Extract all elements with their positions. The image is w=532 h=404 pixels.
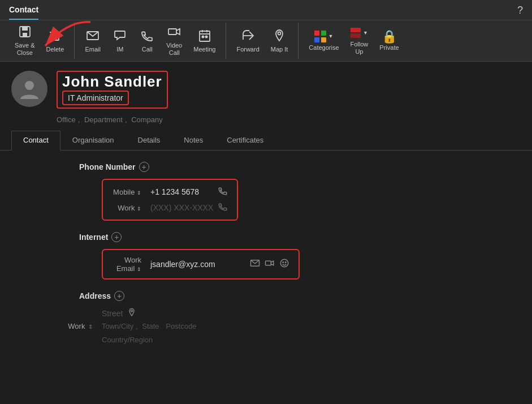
svg-point-21 (286, 262, 287, 263)
svg-rect-3 (23, 33, 27, 36)
map-it-label: Map It (271, 46, 288, 53)
email-label: Email (85, 46, 101, 53)
location-pin-icon[interactable] (127, 308, 136, 319)
meeting-button[interactable]: Meeting (188, 27, 221, 55)
delete-button[interactable]: Delete (40, 27, 70, 55)
chat-icon[interactable] (279, 258, 289, 270)
toolbar-group-tags: ▼ Categorise ▼ FollowUp (299, 23, 409, 59)
svg-point-22 (131, 310, 133, 312)
tab-contact[interactable]: Contact (11, 131, 60, 151)
private-button[interactable]: 🔒 Private (374, 28, 404, 54)
country-region-value[interactable]: Country/Region (102, 336, 153, 344)
im-label: IM (116, 46, 123, 53)
work-email-field-row: Work Email ⇕ jsandler@xyz.com (112, 256, 289, 273)
country-region-line: Country/Region (102, 334, 196, 345)
toolbar-group-file: Save &Close Delete (5, 23, 75, 59)
mobile-label: Mobile ⇕ (112, 188, 146, 196)
call-icon (140, 29, 154, 45)
meeting-label: Meeting (193, 46, 215, 53)
avatar (11, 71, 47, 107)
address-meta: Town/City , State Postcode (102, 319, 196, 333)
address-title: Address (79, 291, 111, 300)
help-icon[interactable]: ? (517, 5, 523, 16)
street-line: Street (102, 308, 196, 319)
office-field[interactable]: Office (57, 115, 76, 124)
svg-point-19 (280, 260, 288, 268)
phone-call-icon-mobile[interactable] (218, 186, 228, 198)
title-bar: Contact ? (0, 0, 532, 20)
forward-label: Forward (236, 46, 259, 53)
contact-meta: Office, Department, Company (57, 115, 521, 124)
lock-icon: 🔒 (382, 31, 397, 43)
delete-label: Delete (46, 46, 64, 53)
meeting-icon (198, 29, 211, 45)
phone-number-header: Phone Number + (11, 162, 521, 172)
contact-name-box: John Sandler IT Administrator (57, 71, 168, 109)
email-button[interactable]: Email (79, 27, 106, 55)
video-call-email-icon[interactable] (265, 258, 275, 270)
mobile-value[interactable]: +1 1234 5678 (150, 187, 213, 196)
tab-organisation[interactable]: Organisation (60, 131, 126, 150)
avatar-icon (18, 78, 41, 100)
add-internet-button[interactable]: + (111, 232, 122, 242)
company-field[interactable]: Company (131, 115, 163, 124)
svg-point-16 (25, 81, 34, 90)
follow-up-label: FollowUp (351, 41, 369, 55)
svg-point-15 (278, 32, 281, 35)
save-close-button[interactable]: Save &Close (9, 23, 40, 59)
mobile-field-row: Mobile ⇕ +1 1234 5678 (112, 186, 228, 198)
phone-number-title: Phone Number (79, 162, 136, 171)
department-field[interactable]: Department (84, 115, 123, 124)
work-phone-field-row: Work ⇕ (XXX) XXX-XXXX (112, 201, 228, 214)
save-icon (18, 25, 32, 41)
tab-notes[interactable]: Notes (172, 131, 215, 150)
categorise-icon: ▼ (314, 31, 333, 43)
im-button[interactable]: IM (106, 27, 133, 55)
phone-number-section: Phone Number + Mobile ⇕ +1 1234 5678 (11, 162, 521, 221)
svg-rect-18 (266, 261, 271, 266)
video-icon (167, 25, 181, 41)
tab-certificates[interactable]: Certificates (215, 131, 275, 150)
map-it-button[interactable]: Map It (265, 27, 294, 55)
svg-rect-4 (51, 32, 59, 40)
email-send-icon[interactable] (250, 258, 260, 270)
svg-rect-9 (200, 31, 210, 41)
flag-icon: ▼ (351, 26, 368, 40)
address-fields: Street Town/City , State Postcode Co (102, 308, 196, 344)
video-call-label: VideoCall (166, 42, 182, 57)
call-button[interactable]: Call (133, 27, 161, 55)
work-email-value[interactable]: jsandler@xyz.com (150, 260, 241, 269)
add-phone-button[interactable]: + (139, 162, 149, 172)
phone-call-icon-work[interactable] (218, 201, 228, 214)
work-email-label: Work Email ⇕ (112, 256, 146, 273)
video-call-button[interactable]: VideoCall (161, 23, 188, 59)
call-label: Call (142, 46, 153, 53)
work-address-row: Work ⇕ Street Town/City , State Postco (11, 308, 521, 344)
save-close-label: Save &Close (15, 42, 34, 57)
forward-button[interactable]: Forward (231, 27, 265, 55)
contact-header: John Sandler IT Administrator Office, De… (0, 62, 532, 131)
follow-up-button[interactable]: ▼ FollowUp (345, 24, 374, 58)
im-icon (113, 29, 127, 45)
address-section: Address + Work ⇕ Street Town/City , (11, 291, 521, 344)
content-area: Phone Number + Mobile ⇕ +1 1234 5678 (0, 151, 532, 367)
add-address-button[interactable]: + (114, 291, 124, 301)
internet-header: Internet + (11, 232, 521, 242)
street-value[interactable]: Street (102, 309, 123, 318)
contact-info: John Sandler IT Administrator Office, De… (57, 71, 521, 124)
categorise-button[interactable]: ▼ Categorise (303, 28, 344, 54)
email-actions (250, 258, 289, 270)
svg-point-14 (205, 35, 207, 38)
toolbar: Save &Close Delete (0, 20, 532, 62)
postcode-value[interactable]: Postcode (166, 322, 196, 330)
work-phone-label: Work ⇕ (112, 204, 146, 212)
tabs-bar: Contact Organisation Details Notes Certi… (0, 131, 532, 151)
private-label: Private (379, 44, 399, 51)
tab-details[interactable]: Details (126, 131, 172, 150)
town-city-value[interactable]: Town/City (102, 322, 133, 330)
work-phone-value[interactable]: (XXX) XXX-XXXX (150, 203, 213, 212)
svg-point-13 (201, 35, 204, 38)
contact-name[interactable]: John Sandler (62, 73, 162, 91)
state-value[interactable]: State (142, 322, 159, 330)
forward-icon (241, 29, 255, 45)
